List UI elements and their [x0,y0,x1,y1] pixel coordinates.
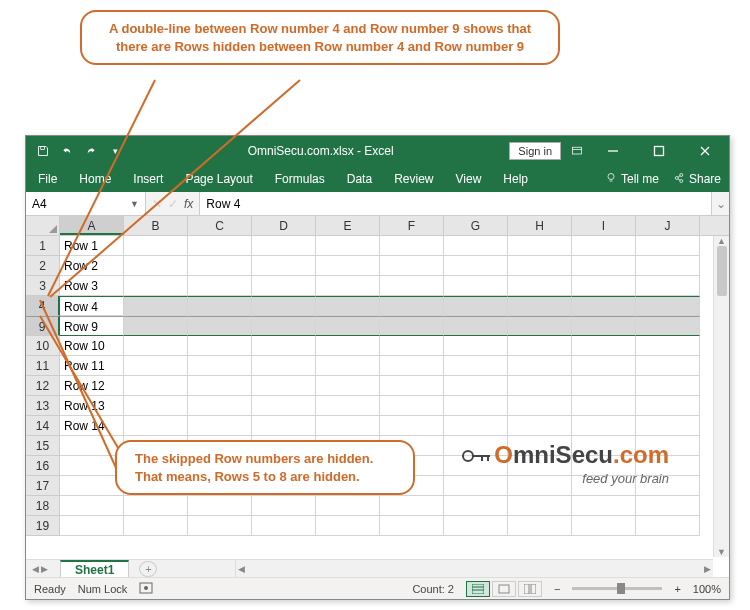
column-header-F[interactable]: F [380,216,444,235]
cell[interactable] [572,316,636,336]
cell[interactable] [124,256,188,276]
tab-review[interactable]: Review [390,168,437,190]
cell[interactable] [444,356,508,376]
tab-view[interactable]: View [452,168,486,190]
cell[interactable]: Row 2 [60,256,124,276]
cell[interactable] [252,516,316,536]
cell[interactable] [124,276,188,296]
cell[interactable] [508,356,572,376]
cell[interactable] [572,236,636,256]
cell[interactable] [444,376,508,396]
cell[interactable] [380,416,444,436]
cell[interactable] [124,336,188,356]
tab-scroll-splitter[interactable] [226,559,236,577]
cell[interactable] [508,376,572,396]
cell[interactable]: Row 3 [60,276,124,296]
view-normal-button[interactable] [466,581,490,597]
cell[interactable] [380,496,444,516]
view-page-break-button[interactable] [518,581,542,597]
sheet-nav-prev-icon[interactable]: ◀ [32,564,39,574]
cell[interactable] [188,356,252,376]
row-header[interactable]: 1 [26,236,60,256]
cell[interactable] [188,236,252,256]
share-button[interactable]: Share [673,172,721,187]
cell[interactable] [380,316,444,336]
cell[interactable] [572,336,636,356]
cell[interactable] [188,316,252,336]
cell[interactable] [316,316,380,336]
row-header[interactable]: 4 [26,296,60,316]
row-header[interactable]: 9 [26,316,60,336]
vertical-scrollbar[interactable]: ▲ ▼ [713,236,729,557]
cell[interactable] [508,496,572,516]
cell[interactable] [252,416,316,436]
row-header[interactable]: 19 [26,516,60,536]
cell[interactable] [188,496,252,516]
cell[interactable] [252,496,316,516]
cell[interactable]: Row 4 [60,296,124,316]
formula-input[interactable]: Row 4 [200,192,711,215]
cell[interactable] [316,416,380,436]
cell[interactable] [508,276,572,296]
cell[interactable] [444,396,508,416]
cell[interactable] [508,516,572,536]
tab-home[interactable]: Home [75,168,115,190]
cell[interactable] [636,376,700,396]
cell[interactable] [572,276,636,296]
undo-icon[interactable] [60,144,74,158]
fx-icon[interactable]: fx [184,197,193,211]
cell[interactable] [636,236,700,256]
cell[interactable] [252,396,316,416]
cell[interactable] [636,416,700,436]
cell[interactable] [188,516,252,536]
cell[interactable] [380,276,444,296]
cell[interactable] [380,396,444,416]
cell[interactable] [636,276,700,296]
ribbon-display-options-icon[interactable] [567,141,587,161]
column-header-E[interactable]: E [316,216,380,235]
select-all-corner[interactable] [26,216,60,235]
cell[interactable] [380,236,444,256]
redo-icon[interactable] [84,144,98,158]
row-header[interactable]: 2 [26,256,60,276]
cell[interactable]: Row 11 [60,356,124,376]
row-header[interactable]: 14 [26,416,60,436]
tell-me-button[interactable]: Tell me [605,172,659,187]
view-page-layout-button[interactable] [492,581,516,597]
macro-record-icon[interactable] [139,581,153,597]
scroll-left-icon[interactable]: ◀ [238,564,245,574]
formula-bar-expand-icon[interactable]: ⌄ [711,192,729,215]
cell[interactable] [188,416,252,436]
cell[interactable] [380,256,444,276]
column-header-H[interactable]: H [508,216,572,235]
cell[interactable] [636,396,700,416]
zoom-level[interactable]: 100% [693,583,721,595]
cell[interactable]: Row 1 [60,236,124,256]
cell[interactable] [252,296,316,316]
cell[interactable] [316,336,380,356]
cell[interactable] [444,336,508,356]
cell[interactable] [444,516,508,536]
column-header-D[interactable]: D [252,216,316,235]
column-header-J[interactable]: J [636,216,700,235]
cell[interactable] [252,356,316,376]
cell[interactable] [508,256,572,276]
name-box[interactable]: A4 ▼ [26,192,146,215]
cell[interactable] [316,356,380,376]
cell[interactable] [380,376,444,396]
cell[interactable] [508,236,572,256]
row-header[interactable]: 12 [26,376,60,396]
cell[interactable] [444,316,508,336]
cell[interactable] [444,496,508,516]
cell[interactable] [124,516,188,536]
cell[interactable] [636,356,700,376]
zoom-in-button[interactable]: + [674,583,680,595]
cell[interactable] [124,296,188,316]
cell[interactable] [572,376,636,396]
tab-help[interactable]: Help [499,168,532,190]
cell[interactable] [572,356,636,376]
column-header-A[interactable]: A [60,216,124,235]
cell[interactable] [636,496,700,516]
sheet-nav-next-icon[interactable]: ▶ [41,564,48,574]
tab-file[interactable]: File [34,168,61,190]
